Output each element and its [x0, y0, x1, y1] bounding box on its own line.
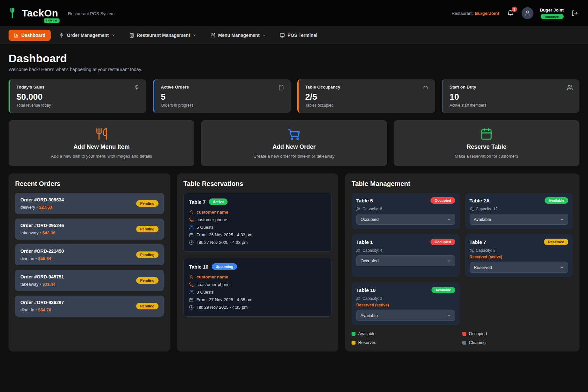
table-status-badge: Available	[431, 287, 455, 293]
reservations-title: Table Reservations	[184, 180, 332, 188]
page-title: Dashboard	[9, 52, 579, 65]
order-row[interactable]: Order #ORD-309634 delivery$27.63 Pending	[15, 193, 164, 214]
chevron-down-icon	[560, 218, 564, 222]
legend-occupied: Occupied	[462, 331, 573, 336]
clock-icon	[189, 305, 194, 310]
phone-icon	[189, 218, 194, 222]
table-icon	[423, 85, 429, 91]
notification-count-badge: 1	[512, 7, 517, 12]
reservation-card: Table 10 Upcoming customer name cuastome…	[184, 258, 332, 317]
clock-icon	[189, 240, 194, 245]
person-icon	[189, 275, 194, 279]
person-icon	[189, 210, 194, 215]
reservation-table-name: Table 10	[189, 264, 208, 270]
quick-actions: Add New Menu Item Add a new dish to your…	[0, 113, 588, 166]
nav-menu-management[interactable]: Menu Management	[205, 30, 271, 41]
clipboard-icon	[278, 85, 284, 91]
table-reserved-note: Reserved (active)	[470, 255, 568, 259]
reservation-card: Table 7 Active customer name customer ph…	[184, 193, 332, 252]
chevron-down-icon	[447, 259, 451, 263]
add-order-card[interactable]: Add New Order Create a new order for din…	[201, 120, 387, 166]
app-subtitle: Restaurant POS System	[68, 11, 115, 16]
stat-table-occupancy: Table Occupancy 2/5 Tables occupied	[297, 79, 435, 113]
utensils-icon	[95, 128, 108, 140]
recent-orders-title: Recent Orders	[15, 180, 164, 188]
chevron-down-icon	[262, 33, 266, 37]
user-avatar[interactable]	[522, 7, 533, 19]
reserve-table-card[interactable]: Reserve Table Make a reservation for cus…	[394, 120, 579, 166]
table-management-title: Table Management	[352, 180, 573, 188]
users-icon	[470, 207, 474, 211]
logout-button[interactable]	[570, 9, 579, 18]
phone-icon	[189, 282, 194, 287]
reservation-status-badge: Upcoming	[212, 263, 237, 270]
users-icon	[189, 290, 194, 295]
table-card: Table 7 Reserved Capacity: 8 Reserved (a…	[465, 234, 573, 277]
cleaning-swatch	[462, 341, 466, 345]
user-role-badge: manager	[541, 14, 564, 19]
order-status-badge: Pending	[136, 200, 158, 207]
utensils-icon	[210, 33, 215, 38]
app-header: TackOn TABLE Restaurant POS System Resta…	[0, 0, 588, 26]
chevron-down-icon	[111, 33, 115, 37]
chevron-down-icon	[447, 218, 451, 222]
bar-chart-icon	[14, 33, 19, 38]
nav-pos-terminal[interactable]: POS Terminal	[275, 30, 323, 41]
reservation-table-name: Table 7	[189, 199, 206, 205]
table-card: Table 10 Available Capacity: 2 Reserved …	[352, 282, 459, 325]
recent-orders-panel: Recent Orders Order #ORD-309634 delivery…	[9, 173, 170, 352]
table-status-badge: Occupied	[430, 239, 455, 245]
table-status-select[interactable]: Available	[356, 310, 455, 321]
nav-dashboard[interactable]: Dashboard	[9, 30, 51, 41]
table-card: Table 5 Occupied Capacity: 6 Occupied	[352, 193, 459, 229]
stat-todays-sales: Today's Sales $0.000 Total revenue today	[9, 79, 146, 113]
logo-text: TackOn	[22, 8, 58, 18]
order-row[interactable]: Order #ORD-945751 takeaway$31.44 Pending	[15, 270, 164, 291]
table-reserved-note: Reserved (active)	[356, 303, 455, 307]
occupied-swatch	[462, 332, 466, 336]
stats-row: Today's Sales $0.000 Total revenue today…	[0, 77, 588, 113]
available-swatch	[352, 332, 355, 336]
nav-restaurant-management[interactable]: Restaurant Management	[124, 30, 202, 41]
reserved-swatch	[352, 341, 355, 345]
order-status-badge: Pending	[136, 251, 158, 258]
order-row[interactable]: Order #ORD-936297 dine_in$54.76 Pending	[15, 296, 164, 317]
users-icon	[356, 207, 360, 211]
chevron-down-icon	[560, 266, 564, 270]
cart-icon	[288, 128, 300, 140]
logo-table-badge: TABLE	[44, 18, 60, 23]
users-icon	[567, 85, 573, 91]
table-status-select[interactable]: Occupied	[356, 214, 455, 225]
table-status-select[interactable]: Occupied	[356, 255, 455, 266]
dollar-icon	[59, 33, 64, 38]
table-card: Table 2A Available Capacity: 12 Availabl…	[465, 193, 573, 229]
table-status-select[interactable]: Available	[470, 214, 568, 225]
users-icon	[470, 248, 474, 253]
table-status-select[interactable]: Reserved	[470, 262, 568, 273]
notifications-button[interactable]: 1	[506, 9, 515, 18]
stat-active-orders: Active Orders 5 Orders in progress	[153, 79, 291, 113]
users-icon	[356, 297, 360, 301]
chevron-down-icon	[447, 314, 451, 318]
nav-order-management[interactable]: Order Management	[54, 30, 121, 41]
restaurant-indicator: Restaurant: BurgerJoint	[452, 11, 499, 16]
table-reservations-panel: Table Reservations Table 7 Active custom…	[177, 173, 339, 352]
legend-available: Available	[352, 331, 462, 336]
order-status-badge: Pending	[136, 303, 158, 309]
calendar-icon	[189, 233, 194, 237]
order-row[interactable]: Order #ORD-221450 dine_in$55.84 Pending	[15, 244, 164, 265]
users-icon	[189, 225, 194, 230]
status-legend: Available Occupied Reserved Cleaning	[352, 331, 573, 345]
user-info: Buger Joint manager	[540, 8, 564, 19]
legend-reserved: Reserved	[352, 340, 462, 345]
table-card: Table 1 Occupied Capacity: 4 Occupied	[352, 234, 459, 277]
table-status-badge: Reserved	[544, 239, 568, 245]
reservation-status-badge: Active	[209, 198, 228, 205]
users-icon	[356, 248, 360, 253]
add-menu-item-card[interactable]: Add New Menu Item Add a new dish to your…	[9, 120, 194, 166]
calendar-icon	[480, 128, 493, 140]
order-row[interactable]: Order #ORD-295246 takeaway$43.36 Pending	[15, 219, 164, 240]
order-status-badge: Pending	[136, 226, 158, 232]
table-status-badge: Occupied	[430, 197, 455, 204]
calendar-icon	[189, 298, 194, 302]
